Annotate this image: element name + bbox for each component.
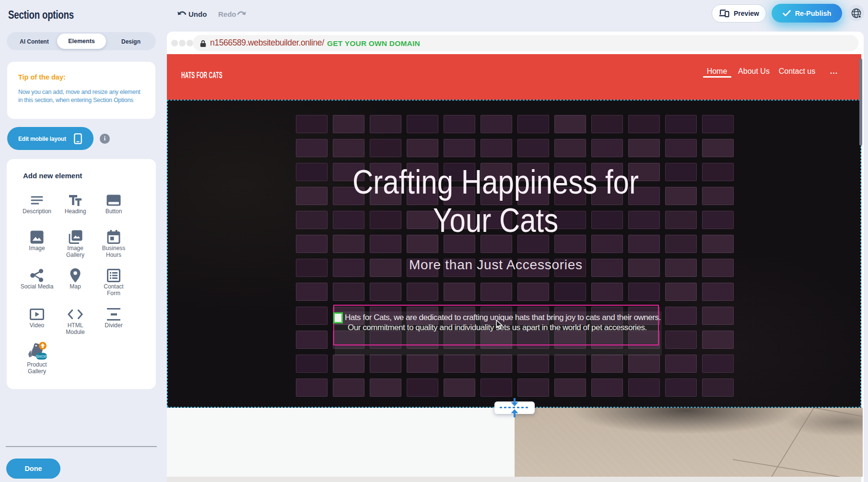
svg-text:SHOP: SHOP (35, 354, 47, 359)
